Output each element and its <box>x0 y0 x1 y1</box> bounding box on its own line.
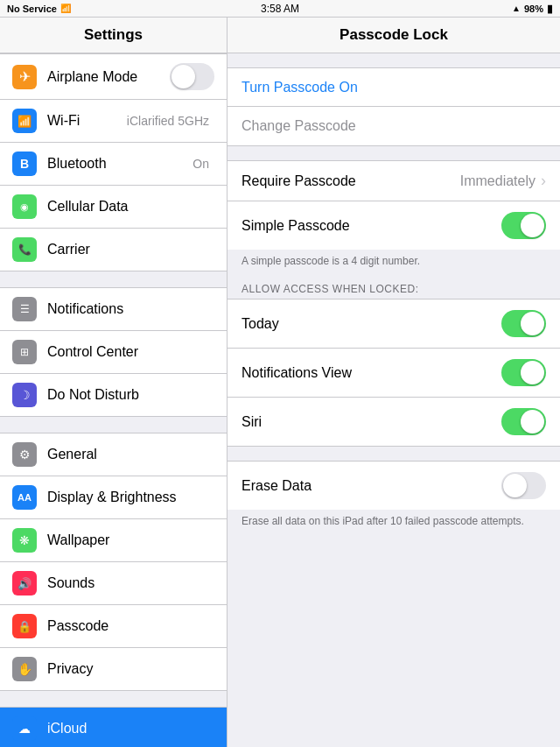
passcode-section-1: Turn Passcode On Change Passcode <box>228 67 560 146</box>
require-passcode-row[interactable]: Require Passcode Immediately › <box>228 161 560 201</box>
wifi-label: Wi-Fi <box>47 113 127 129</box>
erase-data-note: Erase all data on this iPad after 10 fai… <box>228 510 560 536</box>
no-service-label: No Service <box>7 4 57 14</box>
wifi-icon: 📶 <box>60 4 71 13</box>
sidebar-item-icloud[interactable]: ☁ iCloud <box>0 707 227 747</box>
require-passcode-value: Immediately <box>460 173 536 189</box>
sidebar-item-wifi[interactable]: 📶 Wi-Fi iClarified 5GHz <box>0 100 227 143</box>
display-icon: AA <box>12 485 37 510</box>
status-left: No Service 📶 <box>7 4 71 14</box>
sidebar-item-passcode[interactable]: 🔒 Passcode <box>0 605 227 648</box>
sidebar-group-2: ☰ Notifications ⊞ Control Center ☽ Do No… <box>0 287 227 417</box>
sidebar-item-notifications[interactable]: ☰ Notifications <box>0 287 227 331</box>
passcode-panel: Passcode Lock Turn Passcode On Change Pa… <box>228 18 560 747</box>
sidebar-item-carrier[interactable]: 📞 Carrier <box>0 229 227 271</box>
sidebar-item-cellular[interactable]: ◉ Cellular Data <box>0 186 227 229</box>
dnd-label: Do Not Disturb <box>47 387 214 403</box>
erase-data-toggle-knob <box>503 474 527 497</box>
require-passcode-label: Require Passcode <box>242 173 460 189</box>
status-bar: No Service 📶 3:58 AM ▲ 98% ▮ <box>0 0 560 18</box>
separator-3 <box>0 691 227 707</box>
passcode-section-3: Today Notifications View Siri <box>228 299 560 447</box>
today-toggle-knob <box>521 312 544 335</box>
sidebar-item-control-center[interactable]: ⊞ Control Center <box>0 331 227 374</box>
icloud-label: iCloud <box>47 721 214 736</box>
simple-passcode-label: Simple Passcode <box>242 218 501 234</box>
simple-passcode-toggle-knob <box>521 214 544 237</box>
today-toggle[interactable] <box>501 310 546 337</box>
wifi-value: iClarified 5GHz <box>127 114 209 128</box>
passcode-icon: 🔒 <box>12 614 37 638</box>
sidebar-item-sounds[interactable]: 🔊 Sounds <box>0 562 227 605</box>
change-passcode-row[interactable]: Change Passcode <box>228 107 560 145</box>
separator-1 <box>0 271 227 287</box>
carrier-label: Carrier <box>47 242 214 257</box>
siri-row[interactable]: Siri <box>228 398 560 446</box>
general-icon: ⚙ <box>12 442 37 467</box>
status-time: 3:58 AM <box>261 3 299 15</box>
erase-data-label: Erase Data <box>242 478 501 494</box>
settings-sidebar: Settings ✈ Airplane Mode 📶 Wi-Fi iClarif… <box>0 18 228 747</box>
battery-percentage: 98% <box>524 4 543 14</box>
wallpaper-icon: ❋ <box>12 528 37 553</box>
passcode-section-4: Erase Data <box>228 461 560 510</box>
passcode-section-2: Require Passcode Immediately › Simple Pa… <box>228 160 560 250</box>
simple-passcode-note: A simple passcode is a 4 digit number. <box>228 250 560 276</box>
privacy-label: Privacy <box>47 661 214 677</box>
cellular-label: Cellular Data <box>47 199 214 215</box>
simple-passcode-row[interactable]: Simple Passcode <box>228 201 560 250</box>
bluetooth-label: Bluetooth <box>47 156 192 172</box>
notifications-icon: ☰ <box>12 297 37 321</box>
sidebar-group-1: ✈ Airplane Mode 📶 Wi-Fi iClarified 5GHz … <box>0 53 227 271</box>
turn-passcode-on-row[interactable]: Turn Passcode On <box>228 68 560 107</box>
bluetooth-value: On <box>192 157 209 171</box>
icloud-icon: ☁ <box>12 716 37 741</box>
bluetooth-icon: B <box>12 152 37 176</box>
cellular-icon: ◉ <box>12 194 37 219</box>
privacy-icon: ✋ <box>12 657 37 681</box>
location-icon: ▲ <box>512 4 521 13</box>
today-label: Today <box>242 316 501 332</box>
sounds-label: Sounds <box>47 575 214 591</box>
wifi-icon: 📶 <box>12 109 37 133</box>
airplane-toggle-knob <box>172 65 195 88</box>
sidebar-item-privacy[interactable]: ✋ Privacy <box>0 648 227 691</box>
sidebar-item-wallpaper[interactable]: ❋ Wallpaper <box>0 519 227 562</box>
sidebar-item-general[interactable]: ⚙ General <box>0 433 227 476</box>
notifications-view-toggle-knob <box>521 361 544 384</box>
carrier-icon: 📞 <box>12 237 37 262</box>
sidebar-item-bluetooth[interactable]: B Bluetooth On <box>0 143 227 186</box>
sidebar-item-display[interactable]: AA Display & Brightness <box>0 476 227 519</box>
notifications-view-row[interactable]: Notifications View <box>228 349 560 398</box>
display-label: Display & Brightness <box>47 490 214 505</box>
sidebar-title: Settings <box>0 18 227 53</box>
airplane-icon: ✈ <box>12 65 37 89</box>
simple-passcode-toggle[interactable] <box>501 212 546 239</box>
wallpaper-label: Wallpaper <box>47 532 214 548</box>
sounds-icon: 🔊 <box>12 571 37 595</box>
sidebar-item-airplane[interactable]: ✈ Airplane Mode <box>0 53 227 100</box>
siri-toggle-knob <box>521 410 544 433</box>
change-passcode-label: Change Passcode <box>242 118 546 134</box>
erase-data-row[interactable]: Erase Data <box>228 462 560 510</box>
notifications-label: Notifications <box>47 301 214 317</box>
passcode-panel-title: Passcode Lock <box>228 18 560 53</box>
require-passcode-chevron: › <box>541 172 546 190</box>
airplane-toggle[interactable] <box>170 63 214 90</box>
turn-passcode-on-label: Turn Passcode On <box>242 80 546 95</box>
notifications-view-label: Notifications View <box>242 365 501 381</box>
allow-access-label: ALLOW ACCESS WHEN LOCKED: <box>228 276 560 299</box>
airplane-label: Airplane Mode <box>47 69 170 85</box>
today-row[interactable]: Today <box>228 300 560 349</box>
sidebar-item-dnd[interactable]: ☽ Do Not Disturb <box>0 374 227 417</box>
status-right: ▲ 98% ▮ <box>512 3 553 15</box>
siri-toggle[interactable] <box>501 408 546 435</box>
control-center-label: Control Center <box>47 344 214 360</box>
control-center-icon: ⊞ <box>12 340 37 364</box>
dnd-icon: ☽ <box>12 383 37 407</box>
siri-label: Siri <box>242 414 501 430</box>
sidebar-group-3: ⚙ General AA Display & Brightness ❋ Wall… <box>0 433 227 691</box>
erase-data-toggle[interactable] <box>501 472 546 499</box>
general-label: General <box>47 447 214 462</box>
notifications-view-toggle[interactable] <box>501 359 546 386</box>
